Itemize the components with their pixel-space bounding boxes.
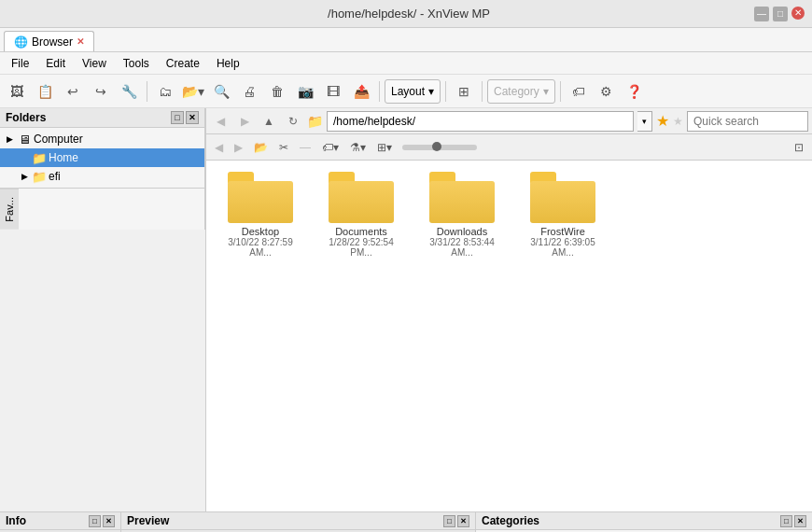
- preview-panel: Preview □ ✕: [121, 512, 476, 532]
- zoom-thumb[interactable]: [432, 142, 441, 151]
- toolbar-nav[interactable]: 🗂: [152, 78, 178, 105]
- address-bar: ◀ ▶ ▲ ↻ 📁 ▾ ★ ★: [206, 108, 812, 134]
- toolbar-print[interactable]: 🖨: [236, 78, 262, 105]
- nav-forward-btn[interactable]: ▶: [234, 111, 255, 132]
- address-dropdown[interactable]: ▾: [637, 111, 652, 132]
- folder-icon-downloads: [429, 172, 495, 223]
- toolbar-photo[interactable]: 📷: [292, 78, 318, 105]
- toolbar-sep-2: [379, 81, 380, 102]
- address-star-icon[interactable]: ★: [656, 112, 669, 130]
- menu-file[interactable]: File: [4, 55, 36, 72]
- menu-tools[interactable]: Tools: [116, 55, 157, 72]
- nav-folder-btn[interactable]: 📂: [249, 137, 273, 158]
- categories-panel-pin[interactable]: □: [780, 515, 792, 527]
- nav-up-btn[interactable]: ▲: [259, 111, 279, 132]
- close-button[interactable]: ✕: [791, 7, 805, 20]
- tree-item-efi[interactable]: ▶ 📁 efi: [0, 167, 204, 186]
- sidebar-controls: □ ✕: [171, 111, 199, 124]
- toolbar: 🖼 📋 ↩ ↪ 🔧 🗂 📂▾ 🔍 🖨 🗑 📷 🎞 📤 Layout ▾ ⊞ Ca…: [0, 75, 812, 108]
- quick-search-input[interactable]: [687, 111, 808, 132]
- categories-panel-close[interactable]: ✕: [794, 515, 806, 527]
- layout-dropdown[interactable]: Layout ▾: [385, 79, 441, 104]
- toolbar-search[interactable]: 🔍: [208, 78, 234, 105]
- file-date-frostwire: 3/11/22 6:39:05 AM...: [520, 237, 606, 258]
- minimize-button[interactable]: —: [754, 7, 769, 21]
- file-name-downloads: Downloads: [419, 226, 505, 237]
- content-area: ◀ ▶ ▲ ↻ 📁 ▾ ★ ★ ◀ ▶ 📂 ✂ — 🏷▾ ⚗▾ ⊞▾: [206, 108, 812, 511]
- toolbar-btn-5[interactable]: 🔧: [116, 78, 142, 105]
- left-panel: Folders □ ✕ ▶ 🖥 Computer 📁 Home: [0, 108, 206, 511]
- titlebar-controls: — □ ✕: [754, 7, 805, 21]
- toolbar-sep-1: [147, 81, 147, 102]
- folders-panel: Folders □ ✕ ▶ 🖥 Computer 📁 Home: [0, 108, 205, 230]
- menubar: File Edit View Tools Create Help: [0, 52, 812, 75]
- nav-forward2-btn[interactable]: ▶: [230, 137, 247, 158]
- category-dropdown[interactable]: Category ▾: [487, 79, 555, 104]
- folder-body-2: [329, 181, 394, 223]
- zoom-slider[interactable]: [402, 145, 477, 150]
- preview-panel-header: Preview □ ✕: [121, 512, 475, 530]
- menu-help[interactable]: Help: [209, 55, 247, 72]
- menu-view[interactable]: View: [75, 55, 114, 72]
- nav-back2-btn[interactable]: ◀: [210, 137, 228, 158]
- main-layout: Folders □ ✕ ▶ 🖥 Computer 📁 Home: [0, 108, 812, 511]
- toolbar-film[interactable]: 🎞: [320, 78, 346, 105]
- tree-item-home[interactable]: 📁 Home: [0, 148, 204, 167]
- preview-panel-pin[interactable]: □: [443, 515, 455, 527]
- address-input[interactable]: [327, 111, 634, 132]
- preview-panel-close[interactable]: ✕: [457, 515, 469, 527]
- categories-panel: Categories □ ✕ ··· ▾ Audios Draw: [476, 512, 812, 532]
- file-name-desktop: Desktop: [217, 226, 303, 237]
- file-item-desktop[interactable]: Desktop 3/10/22 8:27:59 AM...: [214, 168, 307, 261]
- file-item-downloads[interactable]: Downloads 3/31/22 8:53:44 AM...: [415, 168, 509, 261]
- sidebar-close-btn[interactable]: ✕: [186, 111, 199, 124]
- nav-back-btn[interactable]: ◀: [210, 111, 231, 132]
- nav-tag-btn[interactable]: 🏷▾: [317, 137, 343, 158]
- toolbar-btn-2[interactable]: 📋: [32, 78, 58, 105]
- category-label: Category: [494, 85, 539, 98]
- toolbar-icon-view[interactable]: ⊞: [451, 78, 477, 105]
- toolbar-btn-1[interactable]: 🖼: [4, 78, 30, 105]
- nav-cut-btn[interactable]: ✂: [274, 137, 293, 158]
- nav-fit-btn[interactable]: ⊡: [790, 137, 808, 158]
- toolbar-undo[interactable]: ↩: [60, 78, 86, 105]
- nav-refresh-btn[interactable]: ↻: [283, 111, 303, 132]
- nav-something-btn[interactable]: —: [295, 137, 315, 158]
- info-panel-pin[interactable]: □: [89, 515, 101, 527]
- folder-tree: ▶ 🖥 Computer 📁 Home ▶ 📁 efi: [0, 128, 204, 188]
- menu-create[interactable]: Create: [159, 55, 207, 72]
- preview-panel-title: Preview: [127, 514, 169, 527]
- fav-tab[interactable]: Fav...: [0, 189, 19, 230]
- toolbar-export[interactable]: 📤: [348, 78, 374, 105]
- tree-arrow-efi: ▶: [19, 171, 30, 182]
- info-panel-close[interactable]: ✕: [103, 515, 115, 527]
- folders-header: Folders □ ✕: [0, 108, 204, 128]
- tree-icon-computer: 🖥: [17, 132, 32, 147]
- file-date-downloads: 3/31/22 8:53:44 AM...: [419, 237, 505, 258]
- categories-panel-controls: □ ✕: [780, 515, 806, 527]
- tree-item-computer[interactable]: ▶ 🖥 Computer: [0, 130, 204, 148]
- browser-tab[interactable]: 🌐 Browser ✕: [4, 31, 94, 51]
- toolbar-tag[interactable]: 🏷: [566, 78, 592, 105]
- toolbar-settings[interactable]: ⚙: [594, 78, 620, 105]
- nav-filter-btn[interactable]: ⚗▾: [345, 137, 371, 158]
- file-item-frostwire[interactable]: FrostWire 3/11/22 6:39:05 AM...: [516, 168, 609, 261]
- menu-edit[interactable]: Edit: [38, 55, 73, 72]
- folder-icon-desktop: [228, 172, 293, 223]
- nav-grid-btn[interactable]: ⊞▾: [372, 137, 397, 158]
- tree-arrow-computer: ▶: [4, 133, 15, 145]
- toolbar-delete[interactable]: 🗑: [264, 78, 290, 105]
- tree-icon-efi: 📁: [32, 169, 47, 184]
- toolbar-dropdown-btn[interactable]: 📂▾: [180, 78, 206, 105]
- address-star2-icon[interactable]: ★: [673, 115, 683, 128]
- toolbar-redo[interactable]: ↪: [88, 78, 114, 105]
- folder-body-4: [530, 181, 595, 223]
- tab-label: Browser: [32, 35, 73, 49]
- zoom-area: [399, 145, 788, 150]
- bottom-row: Info □ ✕ Preview □ ✕ Categories □ ✕: [0, 511, 812, 532]
- file-item-documents[interactable]: Documents 1/28/22 9:52:54 PM...: [315, 168, 408, 261]
- sidebar-pin-btn[interactable]: □: [171, 111, 184, 124]
- toolbar-help[interactable]: ❓: [622, 78, 648, 105]
- maximize-button[interactable]: □: [773, 7, 788, 21]
- tab-close-icon[interactable]: ✕: [77, 36, 84, 47]
